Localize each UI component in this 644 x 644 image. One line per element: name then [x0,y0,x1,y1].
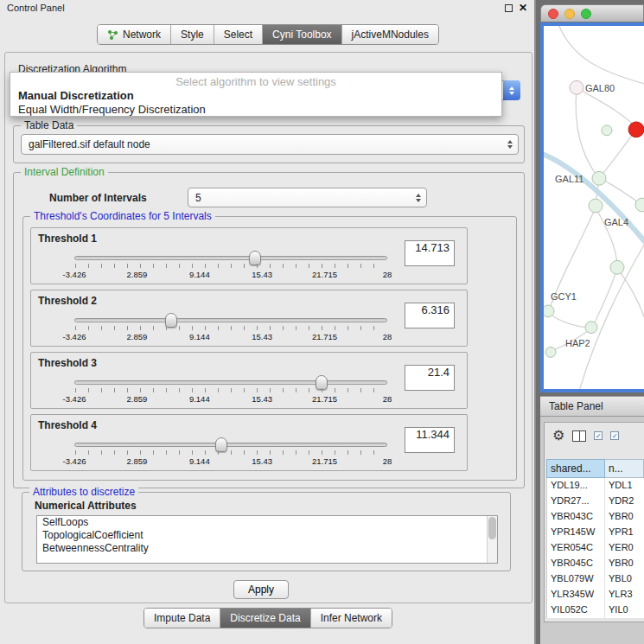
threshold-label: Threshold 1 [38,233,97,245]
network-window-titlebar[interactable] [540,4,644,22]
network-canvas[interactable]: GAL80 GAL11 GAL4 GCY1 HAP2 [544,26,644,389]
list-scrollbar[interactable] [487,516,497,563]
column-header-shared-name[interactable]: shared... [546,459,605,478]
threshold-coordinates-group: Threshold's Coordinates for 5 Intervals … [22,216,517,481]
cyni-bottom-tab-bar: Impute Data Discretize Data Infer Networ… [0,608,536,628]
cell-shared-name[interactable]: YIL052C [546,603,605,618]
attributes-legend: Attributes to discretize [29,486,138,498]
tab-impute-data[interactable]: Impute Data [144,609,220,628]
node-gcy1[interactable] [544,305,554,317]
cell-name[interactable]: YBR0 [605,556,644,571]
table-row[interactable]: YER054CYER0 [546,540,644,556]
table-row[interactable]: YDR27...YDR2 [546,494,644,509]
cell-shared-name[interactable]: YDL19... [546,478,605,494]
slider-track[interactable] [74,380,387,385]
cell-name[interactable]: YER0 [605,540,644,556]
tab-infer-network[interactable]: Infer Network [310,609,392,628]
threshold-3-slider[interactable]: -3.426 2.859 9.144 15.43 21.715 28 [74,373,387,406]
column-header-name[interactable]: n... [605,459,644,478]
table-row[interactable]: YLR345WYLR3 [546,587,644,603]
node-gal4[interactable] [589,199,603,213]
scale-label: 21.715 [312,270,337,279]
cell-name[interactable]: YIL0 [605,603,644,618]
tab-label: Impute Data [154,612,210,624]
threshold-2-value-field[interactable]: 6.316 [405,303,455,328]
list-item[interactable]: BetweennessCentrality [37,542,497,555]
tab-select[interactable]: Select [214,25,262,44]
close-traffic-light-icon[interactable] [548,9,558,19]
node[interactable] [635,198,644,212]
threshold-4-value-field[interactable]: 11.344 [405,427,455,453]
cell-name[interactable]: YDR2 [605,494,644,509]
list-item[interactable]: TopologicalCoefficient [37,529,497,542]
scale-label: 28 [383,456,392,466]
node-label: HAP2 [565,339,590,349]
tab-network[interactable]: Network [98,25,170,44]
scale-label: 21.715 [312,394,337,404]
threshold-1-slider[interactable]: -3.426 2.859 9.144 15.43 21.715 28 [74,249,387,282]
slider-track[interactable] [74,256,387,260]
tab-style[interactable]: Style [170,25,214,44]
threshold-1-value-field[interactable]: 14.713 [405,240,455,266]
cell-name[interactable]: YBR0 [605,509,644,525]
table-row[interactable]: YBL079WYBL0 [546,571,644,587]
cell-name[interactable]: YPR1 [605,525,644,540]
zoom-traffic-light-icon[interactable] [581,9,591,19]
cell-shared-name[interactable]: YBR043C [546,509,605,525]
cell-name[interactable]: YDL1 [605,478,644,494]
table-row[interactable]: YIL052CYIL0 [546,603,644,618]
number-of-intervals-value: 5 [195,192,201,204]
scrollbar-thumb[interactable] [488,517,496,539]
columns-icon[interactable] [572,430,586,442]
cell-name[interactable]: YBL0 [605,571,644,587]
node-selected-red[interactable] [628,122,644,137]
cell-shared-name[interactable]: YER054C [546,540,605,556]
numerical-attributes-list[interactable]: SelfLoops TopologicalCoefficient Between… [36,515,498,564]
tab-jactivemnodules[interactable]: jActiveMNodules [341,25,438,44]
table-row[interactable]: YBR045CYBR0 [546,556,644,571]
node-hap2[interactable] [585,322,597,334]
algorithm-option-equal-width[interactable]: Equal Width/Frequency Discretization [10,102,501,116]
threshold-4-slider[interactable]: -3.426 2.859 9.144 15.43 21.715 28 [74,436,387,469]
tab-label: Infer Network [321,612,382,624]
algorithm-option-manual[interactable]: Manual Discretization [10,88,501,102]
table-row[interactable]: YDL19...YDL1 [546,478,644,494]
node[interactable] [602,125,612,136]
slider-scale: -3.426 2.859 9.144 15.43 21.715 28 [74,456,387,467]
close-window-icon[interactable]: ✕ [519,3,527,12]
node-gal80[interactable] [570,80,583,94]
checkbox-checked-icon[interactable]: ✓ [594,431,603,440]
float-window-icon[interactable] [505,4,513,12]
cell-shared-name[interactable]: YBR045C [546,556,605,571]
number-of-intervals-combobox[interactable]: 5 [188,188,427,207]
slider-track[interactable] [74,443,387,447]
table-row[interactable]: YBR043CYBR0 [546,509,644,525]
interval-definition-group: Interval Definition Number of Intervals … [13,172,525,488]
slider-ticks [75,326,386,330]
cell-name[interactable]: YLR3 [605,587,644,603]
node[interactable] [610,260,624,274]
table-data-combobox[interactable]: galFiltered.sif default node [21,134,519,155]
apply-button[interactable]: Apply [233,580,289,599]
checkbox-checked-icon[interactable]: ✓ [610,431,619,440]
node-gal11[interactable] [592,171,606,185]
tab-discretize-data[interactable]: Discretize Data [220,609,309,628]
gear-icon[interactable]: ⚙ [552,429,564,443]
cell-shared-name[interactable]: YBL079W [546,571,605,587]
table-row[interactable]: YPR145WYPR1 [546,525,644,540]
minimize-traffic-light-icon[interactable] [564,9,575,19]
threshold-2-slider[interactable]: -3.426 2.859 9.144 15.43 21.715 28 [74,311,387,344]
node[interactable] [545,347,556,357]
table-toolbar: ⚙ ✓ ✓ [545,423,644,449]
cell-shared-name[interactable]: YLR345W [546,587,605,603]
scale-label: 21.715 [312,332,337,341]
slider-ticks [75,450,386,455]
slider-track[interactable] [74,318,387,322]
network-icon [107,29,118,40]
list-item[interactable]: SelfLoops [37,516,497,529]
threshold-label: Threshold 2 [38,295,97,307]
cell-shared-name[interactable]: YDR27... [546,494,605,509]
tab-cyni-toolbox[interactable]: Cyni Toolbox [262,25,341,44]
threshold-3-value-field[interactable]: 21.4 [405,365,455,391]
cell-shared-name[interactable]: YPR145W [546,525,605,540]
